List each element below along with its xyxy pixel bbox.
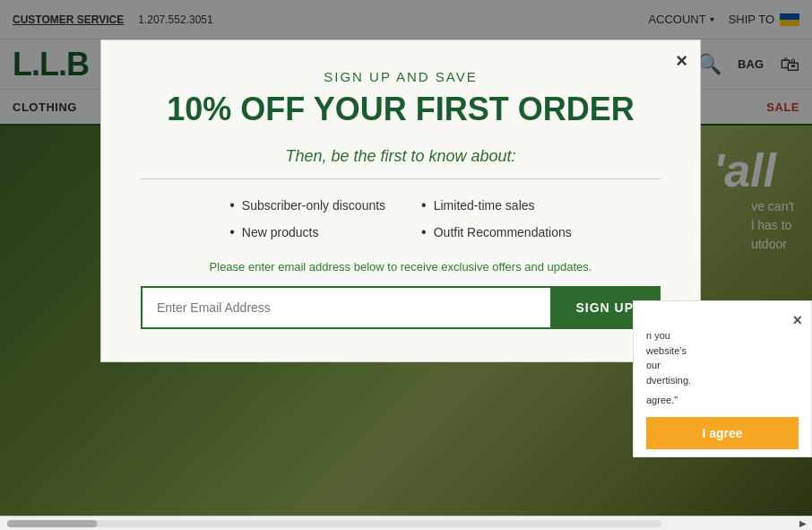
benefit-column-2: • Limited-time sales • Outfit Recommenda… (421, 197, 572, 240)
benefit-item-2: • New products (229, 224, 385, 240)
scroll-right-arrow[interactable]: ▶ (799, 518, 807, 528)
modal-title: 10% OFF YOUR FIRST ORDER (141, 91, 661, 127)
email-signup-modal: × SIGN UP AND SAVE 10% OFF YOUR FIRST OR… (100, 39, 701, 362)
modal-subtitle: SIGN UP AND SAVE (141, 69, 661, 84)
modal-benefits: • Subscriber-only discounts • New produc… (141, 197, 661, 240)
cookie-close-button[interactable]: × (792, 308, 802, 333)
benefit-item-4: • Outfit Recommendations (421, 224, 572, 240)
email-input[interactable] (143, 288, 550, 327)
cookie-agree-quote: agree." (646, 393, 799, 408)
scrollbar[interactable]: ▶ (0, 516, 812, 530)
benefit-column-1: • Subscriber-only discounts • New produc… (229, 197, 385, 240)
benefit-label-2: New products (242, 225, 319, 239)
cookie-panel: × n youwebsite'sourdvertising. agree." I… (633, 300, 812, 457)
email-form: SIGN UP (141, 286, 661, 329)
scrollbar-thumb (7, 520, 97, 527)
bullet-icon: • (229, 224, 235, 240)
benefit-item-3: • Limited-time sales (421, 197, 572, 213)
bullet-icon: • (229, 197, 235, 213)
i-agree-button[interactable]: I agree (646, 417, 799, 449)
bullet-icon: • (421, 197, 427, 213)
benefit-label-3: Limited-time sales (434, 198, 535, 213)
benefit-label-4: Outfit Recommendations (434, 225, 572, 239)
bullet-icon: • (421, 224, 427, 240)
scrollbar-track (7, 520, 661, 527)
benefit-label-1: Subscriber-only discounts (242, 198, 385, 213)
modal-close-button[interactable]: × (676, 51, 687, 71)
modal-description: Then, be the first to know about: (141, 147, 661, 166)
benefit-item-1: • Subscriber-only discounts (229, 197, 385, 213)
modal-notice: Please enter email address below to rece… (141, 260, 661, 274)
cookie-text: n youwebsite'sourdvertising. (646, 328, 799, 387)
modal-divider (141, 178, 661, 179)
